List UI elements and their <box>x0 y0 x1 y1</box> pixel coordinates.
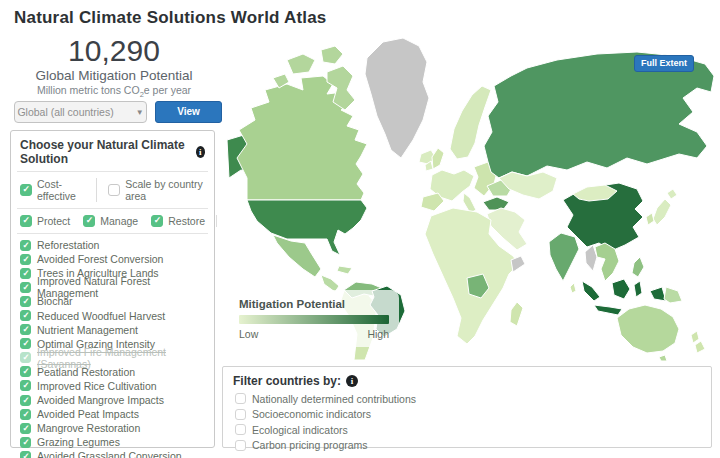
global-mitigation-label: Global Mitigation Potential <box>8 68 220 83</box>
checkbox[interactable] <box>235 424 246 435</box>
solution-label: Avoided Grassland Conversion <box>37 450 182 458</box>
checkbox[interactable] <box>20 338 31 349</box>
full-extent-button[interactable]: Full Extent <box>634 55 694 72</box>
map-region-japan[interactable] <box>653 189 677 225</box>
checkbox[interactable] <box>108 184 120 196</box>
legend-scale: Low High <box>239 328 389 340</box>
filter-option-label: Socioeconomic indicators <box>252 408 371 420</box>
filter-option-label: Ecological indicators <box>252 424 348 436</box>
map-legend: Mitigation Potential Low High <box>229 290 399 347</box>
filter-option-label: Carbon pricing programs <box>252 439 368 451</box>
checkbox[interactable] <box>20 296 31 307</box>
world-map[interactable]: Full Extent Mitigation Potential Low Hig… <box>225 28 718 362</box>
category-item: Manage <box>83 215 138 227</box>
solution-row: Nutrient Management <box>20 323 205 337</box>
checkbox[interactable] <box>235 409 246 420</box>
map-region-cuba[interactable] <box>337 266 352 274</box>
solution-label: Avoided Forest Conversion <box>37 253 163 265</box>
checkbox[interactable] <box>83 215 95 227</box>
map-region-philippines[interactable] <box>632 257 644 277</box>
toggle-row: Cost-effective Scale by country area <box>11 172 214 208</box>
solution-label: Mangrove Restoration <box>37 422 140 434</box>
category-label: Protect <box>37 215 70 227</box>
info-icon[interactable]: i <box>346 375 358 387</box>
checkbox[interactable] <box>20 437 31 448</box>
map-region-australia[interactable] <box>617 305 679 361</box>
filter-panel: Filter countries by: i Nationally determ… <box>222 366 712 448</box>
global-stats: 10,290 Global Mitigation Potential Milli… <box>8 34 220 99</box>
map-region-sri-lanka[interactable] <box>570 283 576 293</box>
map-region-greenland[interactable] <box>365 38 429 158</box>
solution-label: Improved Rice Cultivation <box>37 380 157 392</box>
solution-row: Grazing Legumes <box>20 435 205 449</box>
category-label: Restore <box>168 215 205 227</box>
region-select[interactable]: Global (all countries) ▼ <box>14 101 147 123</box>
map-region-uk[interactable] <box>432 148 444 169</box>
category-row: Protect Manage Restore All <box>11 209 214 233</box>
checkbox[interactable] <box>235 440 246 451</box>
checkbox[interactable] <box>20 380 31 391</box>
checkbox[interactable] <box>20 215 32 227</box>
solutions-list: Reforestation Avoided Forest Conversion … <box>11 234 214 458</box>
checkbox[interactable] <box>20 395 31 406</box>
view-report-button[interactable]: View Report <box>155 101 222 123</box>
map-region-se-asia[interactable] <box>595 243 619 281</box>
checkbox[interactable] <box>20 451 31 458</box>
solution-label: Reduced Woodfuel Harvest <box>37 310 165 322</box>
solution-label: Avoided Peat Impacts <box>37 408 139 420</box>
checkbox[interactable] <box>151 215 163 227</box>
checkbox[interactable] <box>20 254 31 265</box>
map-region-mexico[interactable] <box>273 235 321 277</box>
checkbox[interactable] <box>20 268 31 279</box>
toggle-item: Cost-effective <box>20 178 86 202</box>
solution-row: Avoided Forest Conversion <box>20 252 205 266</box>
map-region-new-zealand[interactable] <box>691 331 705 353</box>
checkbox[interactable] <box>20 324 31 335</box>
checkbox[interactable] <box>235 393 246 404</box>
legend-high-label: High <box>367 328 389 340</box>
info-icon[interactable]: i <box>196 146 205 158</box>
region-select-value: Global (all countries) <box>17 106 113 118</box>
checkbox[interactable] <box>20 184 32 196</box>
legend-title: Mitigation Potential <box>239 298 389 310</box>
solution-panel: Choose your Natural Climate Solution i C… <box>10 130 215 448</box>
category-label: Manage <box>100 215 138 227</box>
solution-label: Grazing Legumes <box>37 436 120 448</box>
filter-panel-header: Filter countries by: i <box>233 374 701 388</box>
map-region-madagascar[interactable] <box>510 302 523 326</box>
solution-row: Mangrove Restoration <box>20 421 205 435</box>
category-item: Restore <box>151 215 205 227</box>
global-mitigation-units: Million metric tons CO2e per year <box>8 84 220 99</box>
solution-row: Improved Fire Management (Savannas) <box>20 351 205 365</box>
checkbox[interactable] <box>20 366 31 377</box>
solution-label: Biochar <box>37 295 73 307</box>
checkbox[interactable] <box>20 310 31 321</box>
checkbox[interactable] <box>20 409 31 420</box>
toggle-item: Scale by country area <box>96 178 205 202</box>
filter-options: Nationally determined contributions Soci… <box>233 391 701 453</box>
solution-label: Avoided Mangrove Impacts <box>37 394 164 406</box>
solution-row: Avoided Grassland Conversion <box>20 449 205 458</box>
filter-option-label: Nationally determined contributions <box>252 393 416 405</box>
solution-label: Peatland Restoration <box>37 366 135 378</box>
solution-row: Improved Rice Cultivation <box>20 379 205 393</box>
map-region-korea[interactable] <box>646 213 654 225</box>
solution-row: Reduced Woodfuel Harvest <box>20 308 205 322</box>
map-region-india[interactable] <box>549 233 579 281</box>
solution-panel-header: Choose your Natural Climate Solution i <box>11 131 214 171</box>
page-title: Natural Climate Solutions World Atlas <box>14 8 327 28</box>
toggle-label: Cost-effective <box>37 178 86 202</box>
checkbox[interactable] <box>20 352 31 363</box>
checkbox[interactable] <box>20 240 31 251</box>
map-region-png[interactable] <box>664 287 682 303</box>
solution-label: Reforestation <box>37 239 99 251</box>
solution-row: Avoided Peat Impacts <box>20 407 205 421</box>
solution-panel-title: Choose your Natural Climate Solution <box>20 138 191 166</box>
map-region-turkey[interactable] <box>483 197 509 210</box>
checkbox[interactable] <box>20 423 31 434</box>
filter-panel-title: Filter countries by: <box>233 374 341 388</box>
map-region-iberia[interactable] <box>421 193 444 211</box>
filter-option-row: Ecological indicators <box>233 422 701 438</box>
app-window: Natural Climate Solutions World Atlas 10… <box>0 0 720 458</box>
checkbox[interactable] <box>20 282 31 293</box>
